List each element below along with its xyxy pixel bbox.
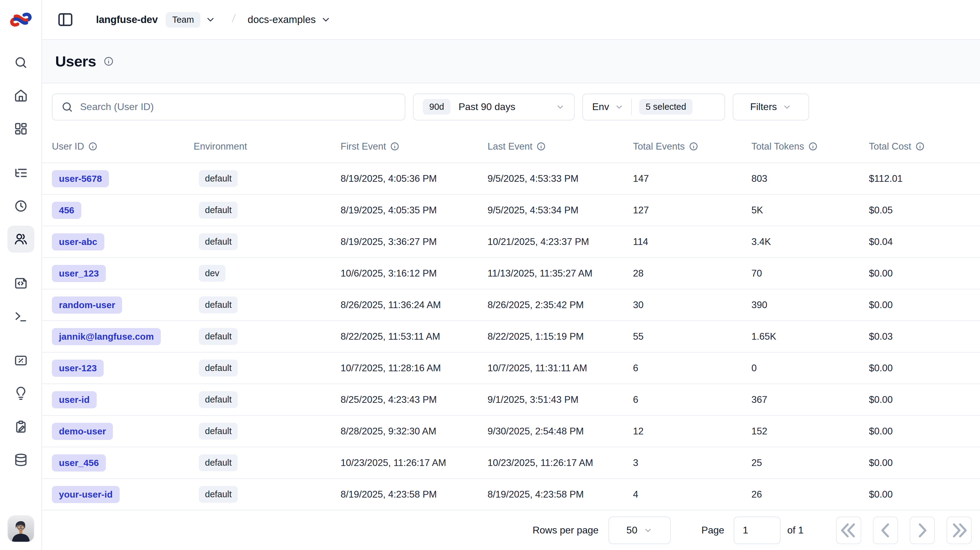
first-event-cell: 10/7/2025, 11:28:16 AM — [340, 353, 488, 384]
terminal-icon — [14, 309, 28, 323]
sidebar-item-annotation[interactable] — [7, 413, 34, 440]
clock-icon — [14, 199, 28, 213]
org-switcher-chevron[interactable] — [205, 14, 216, 25]
first-page-button[interactable] — [836, 517, 861, 544]
user-id-badge[interactable]: user-id — [52, 391, 97, 408]
environment-badge: default — [199, 296, 238, 313]
chevron-left-icon — [873, 518, 897, 542]
user-id-badge[interactable]: jannik@langfuse.com — [52, 328, 161, 345]
last-event-cell: 11/13/2025, 11:35:27 AM — [488, 258, 633, 289]
user-id-cell: random-user — [52, 289, 194, 320]
filters-button[interactable]: Filters — [733, 94, 809, 120]
column-header-label: Last Event — [488, 141, 532, 152]
divider — [631, 99, 632, 115]
chevron-down-icon — [556, 102, 565, 112]
next-page-button[interactable] — [910, 517, 935, 544]
total-events-cell: 147 — [633, 163, 751, 194]
info-icon[interactable] — [915, 142, 925, 151]
search-input[interactable] — [80, 101, 396, 113]
column-header-total_events[interactable]: Total Events — [633, 130, 751, 162]
table-row[interactable]: user-123default10/7/2025, 11:28:16 AM10/… — [42, 352, 980, 384]
column-header-total_cost[interactable]: Total Cost — [869, 130, 980, 162]
info-icon[interactable] — [536, 142, 546, 151]
column-header-user_id[interactable]: User ID — [52, 130, 194, 162]
total-tokens-cell: 25 — [751, 447, 869, 478]
column-header-first_event[interactable]: First Event — [340, 130, 488, 162]
environment-cell: default — [194, 289, 340, 320]
table-row[interactable]: random-userdefault8/26/2025, 11:36:24 AM… — [42, 289, 980, 320]
table-row[interactable]: user-5678default8/19/2025, 4:05:36 PM9/5… — [42, 162, 980, 194]
user-id-badge[interactable]: demo-user — [52, 423, 113, 440]
column-header-total_tokens[interactable]: Total Tokens — [751, 130, 869, 162]
column-header-last_event[interactable]: Last Event — [488, 130, 633, 162]
chevron-down-icon — [643, 526, 652, 535]
table-row[interactable]: your-user-iddefault8/19/2025, 4:23:58 PM… — [42, 478, 980, 510]
user-id-badge[interactable]: user-5678 — [52, 170, 109, 187]
app-root: langfuse-dev Team docs-examples Users 90… — [0, 0, 980, 550]
langfuse-logo[interactable] — [8, 7, 34, 32]
sidebar-item-datasets[interactable] — [7, 446, 34, 473]
sidebar-item-home[interactable] — [7, 82, 34, 109]
sidebar-item-sessions[interactable] — [7, 193, 34, 220]
page-title: Users — [55, 53, 96, 70]
info-icon[interactable] — [88, 142, 97, 151]
pagination-bar: Rows per page 50 Page of 1 — [42, 510, 980, 550]
table-row[interactable]: jannik@langfuse.comdefault8/22/2025, 11:… — [42, 320, 980, 352]
column-header-environment[interactable]: Environment — [194, 130, 340, 162]
info-icon[interactable] — [103, 56, 114, 67]
table-row[interactable]: user_123dev10/6/2025, 3:16:12 PM11/13/20… — [42, 257, 980, 289]
date-range-button[interactable]: 90d Past 90 days — [413, 94, 575, 120]
sidebar-item-evaluators[interactable] — [7, 380, 34, 407]
table-row[interactable]: user-abcdefault8/19/2025, 3:36:27 PM10/2… — [42, 226, 980, 257]
user-id-badge[interactable]: random-user — [52, 296, 122, 314]
user-id-badge[interactable]: 456 — [52, 202, 81, 219]
environment-badge: dev — [199, 265, 226, 282]
lightbulb-icon — [14, 387, 28, 401]
total-events-cell: 4 — [633, 479, 751, 510]
rows-per-page-select[interactable]: 50 — [608, 517, 671, 544]
info-icon[interactable] — [689, 142, 698, 151]
user-id-badge[interactable]: user_123 — [52, 265, 106, 282]
sidebar-item-tracing[interactable] — [7, 159, 34, 186]
column-header-label: Environment — [194, 141, 247, 152]
table-row[interactable]: user_456default10/23/2025, 11:26:17 AM10… — [42, 447, 980, 478]
user-id-cell: user_123 — [52, 258, 194, 289]
user-id-badge[interactable]: user_456 — [52, 454, 106, 472]
info-icon[interactable] — [808, 142, 818, 151]
last-event-cell: 9/5/2025, 4:53:34 PM — [488, 195, 633, 226]
project-switcher-chevron[interactable] — [321, 14, 331, 25]
table-row[interactable]: 456default8/19/2025, 4:05:35 PM9/5/2025,… — [42, 194, 980, 226]
sidebar-toggle-button[interactable] — [57, 11, 74, 28]
last-page-button[interactable] — [947, 517, 972, 544]
environment-filter-button[interactable]: Env 5 selected — [582, 94, 725, 120]
info-icon[interactable] — [390, 142, 399, 151]
project-name[interactable]: docs-examples — [248, 14, 316, 25]
table-row[interactable]: demo-userdefault8/28/2025, 9:32:30 AM9/3… — [42, 415, 980, 447]
environment-badge: default — [199, 328, 238, 345]
total-cost-cell: $0.04 — [869, 226, 980, 257]
sidebar-item-playground[interactable] — [7, 303, 34, 330]
user-id-badge[interactable]: your-user-id — [52, 486, 120, 503]
environment-cell: default — [194, 384, 340, 415]
user-id-badge[interactable]: user-123 — [52, 360, 104, 377]
chevron-down-icon — [205, 14, 216, 25]
total-tokens-cell: 367 — [751, 384, 869, 415]
user-id-badge[interactable]: user-abc — [52, 233, 104, 250]
sidebar-item-search[interactable] — [7, 49, 34, 76]
page-number-input[interactable] — [733, 517, 781, 544]
total-tokens-cell: 1.65K — [751, 321, 869, 352]
sidebar-item-prompts[interactable] — [7, 270, 34, 297]
sidebar-item-dashboards[interactable] — [7, 115, 34, 142]
search-box[interactable] — [52, 94, 405, 120]
table-row[interactable]: user-iddefault8/25/2025, 4:23:43 PM9/1/2… — [42, 384, 980, 415]
org-name[interactable]: langfuse-dev — [96, 14, 158, 25]
previous-page-button[interactable] — [873, 517, 898, 544]
first-event-cell: 8/19/2025, 3:36:27 PM — [340, 226, 488, 257]
date-range-label: Past 90 days — [458, 101, 515, 113]
sidebar — [0, 0, 42, 550]
total-tokens-cell: 26 — [751, 479, 869, 510]
user-avatar[interactable] — [8, 516, 34, 542]
sidebar-item-scores[interactable] — [7, 347, 34, 374]
chevron-right-icon — [910, 518, 934, 542]
sidebar-item-users[interactable] — [7, 226, 34, 253]
